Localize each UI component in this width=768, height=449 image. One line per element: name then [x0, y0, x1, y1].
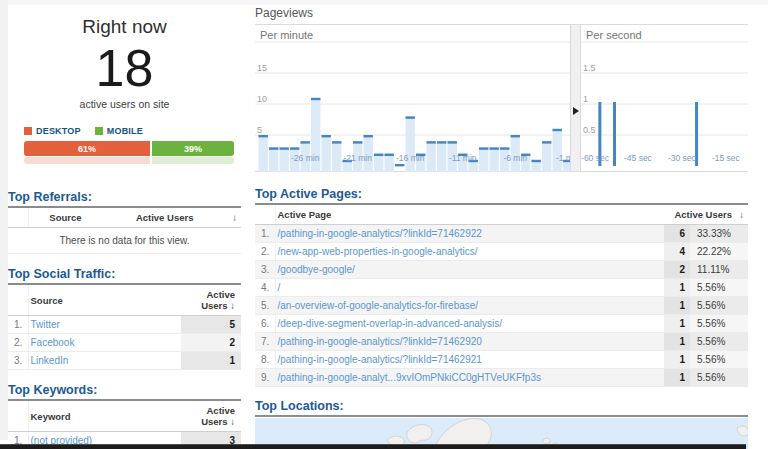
top-referrals-table: Source Active Users ↓ There is no data f… [8, 208, 241, 254]
row-source: LinkedIn [28, 352, 181, 370]
source-link[interactable]: LinkedIn [31, 355, 69, 366]
row-active-page: /new-app-web-properties-in-google-analyt… [275, 243, 664, 261]
active-users-caption: active users on site [8, 98, 241, 110]
table-row: 4./15.56% [255, 279, 748, 297]
row-active-page: /pathing-in-google-analyt...9xvIOmPNkiCC… [275, 369, 664, 387]
keywords-keyword-header[interactable]: Keyword [28, 401, 181, 432]
row-percentage: 5.56% [690, 333, 748, 351]
legend-mobile-label: MOBILE [107, 126, 143, 136]
table-row: 7./pathing-in-google-analytics/?linkId=7… [255, 333, 748, 351]
row-percentage: 5.56% [690, 369, 748, 387]
desktop-share-segment: 61% [24, 141, 152, 156]
table-row: 8./pathing-in-google-analytics/?linkId=7… [255, 351, 748, 369]
active-page-link[interactable]: /pathing-in-google-analytics/?linkId=714… [278, 228, 482, 239]
row-rank: 3. [8, 352, 28, 370]
keywords-active-users-header[interactable]: Active Users ↓ [181, 401, 241, 432]
row-rank: 1. [255, 225, 275, 243]
legend-item-desktop: DESKTOP [24, 126, 81, 136]
top-active-pages-title: Top Active Pages: [255, 187, 748, 205]
svg-text:-30 sec: -30 sec [668, 153, 697, 163]
row-rank: 7. [255, 333, 275, 351]
rank-header [255, 205, 275, 225]
source-link[interactable]: Twitter [31, 319, 60, 330]
svg-text:-21 min: -21 min [344, 153, 373, 163]
rank-header [8, 285, 28, 316]
chart-expand-handle[interactable] [570, 25, 581, 171]
per-minute-label: Per minute [260, 29, 313, 41]
pageviews-panel: Pageviews Per minute 51015-26 min-21 min… [255, 6, 748, 449]
table-row: 2./new-app-web-properties-in-google-anal… [255, 243, 748, 261]
svg-text:5: 5 [257, 125, 262, 135]
svg-text:-6 min: -6 min [503, 153, 527, 163]
top-social-section: Top Social Traffic: Source Active Users … [8, 267, 241, 370]
row-percentage: 5.56% [690, 351, 748, 369]
active-page-link[interactable]: /deep-dive-segment-overlap-in-advanced-a… [278, 318, 503, 329]
table-row: 9./pathing-in-google-analyt...9xvIOmPNki… [255, 369, 748, 387]
row-active-page: /pathing-in-google-analytics/?linkId=714… [275, 351, 664, 369]
top-referrals-section: Top Referrals: Source Active Users ↓ The… [8, 190, 241, 254]
row-rank: 6. [255, 315, 275, 333]
social-source-header[interactable]: Source [28, 285, 181, 316]
table-row: 1./pathing-in-google-analytics/?linkId=7… [255, 225, 748, 243]
referrals-empty-message: There is no data for this view. [8, 228, 241, 254]
referrals-source-header[interactable]: Source [28, 208, 102, 228]
active-page-link[interactable]: /goodbye-google/ [278, 264, 355, 275]
active-page-link[interactable]: /pathing-in-google-analyt...9xvIOmPNkiCC… [278, 372, 541, 383]
row-percentage: 22.22% [690, 243, 748, 261]
device-split-bar: 61% 39% [24, 141, 234, 156]
row-active-users: 2 [664, 261, 690, 279]
active-page-link[interactable]: /new-app-web-properties-in-google-analyt… [278, 246, 478, 257]
active-page-link[interactable]: / [278, 282, 281, 293]
per-second-chart: Per second 0.511.5-60 sec-45 sec-30 sec-… [581, 25, 748, 171]
row-source: Twitter [28, 316, 181, 334]
svg-text:0.5: 0.5 [583, 125, 596, 135]
svg-text:-1 min: -1 min [556, 153, 570, 163]
desktop-swatch-icon [24, 127, 32, 135]
mobile-share-segment: 39% [152, 141, 234, 156]
page-margin-top [0, 0, 768, 5]
sort-descending-icon: ↓ [230, 300, 235, 311]
top-keywords-title: Top Keywords: [8, 383, 241, 401]
row-active-page: /deep-dive-segment-overlap-in-advanced-a… [275, 315, 664, 333]
rank-header [8, 401, 28, 432]
row-active-users: 1 [664, 297, 690, 315]
referrals-active-users-header[interactable]: Active Users [102, 208, 227, 228]
table-row: 6./deep-dive-segment-overlap-in-advanced… [255, 315, 748, 333]
row-active-users: 1 [664, 351, 690, 369]
svg-text:15: 15 [257, 63, 267, 73]
svg-text:-60 sec: -60 sec [581, 153, 610, 163]
device-split-bar-reflection [24, 157, 234, 164]
active-page-link[interactable]: /pathing-in-google-analytics/?linkId=714… [278, 336, 482, 347]
social-active-users-header[interactable]: Active Users ↓ [181, 285, 241, 316]
row-rank: 3. [255, 261, 275, 279]
row-source: Facebook [28, 334, 181, 352]
row-active-users: 6 [664, 225, 690, 243]
top-active-pages-table: Active Page Active Users ↓ 1./pathing-in… [255, 205, 748, 387]
row-rank: 2. [255, 243, 275, 261]
table-row: 5./an-overview-of-google-analytics-for-f… [255, 297, 748, 315]
device-legend: DESKTOP MOBILE [24, 126, 241, 136]
row-percentage: 11.11% [690, 261, 748, 279]
sort-descending-icon: ↓ [230, 416, 235, 427]
row-percentage: 33.33% [690, 225, 748, 243]
row-active-users: 1 [181, 352, 241, 370]
legend-desktop-label: DESKTOP [36, 126, 81, 136]
svg-text:-15 sec: -15 sec [712, 153, 741, 163]
active-page-link[interactable]: /an-overview-of-google-analytics-for-fir… [278, 300, 479, 311]
svg-text:-26 min: -26 min [291, 153, 320, 163]
active-page-link[interactable]: /pathing-in-google-analytics/?linkId=714… [278, 354, 482, 365]
row-rank: 5. [255, 297, 275, 315]
sort-descending-icon[interactable]: ↓ [734, 205, 748, 225]
per-second-label: Per second [586, 29, 642, 41]
top-active-pages-section: Top Active Pages: Active Page Active Use… [255, 187, 748, 387]
realtime-summary-panel: Right now 18 active users on site DESKTO… [8, 8, 241, 449]
top-referrals-title: Top Referrals: [8, 190, 241, 208]
top-keywords-table: Keyword Active Users ↓ 1.(not provided)3 [8, 401, 241, 449]
row-percentage: 5.56% [690, 297, 748, 315]
source-link[interactable]: Facebook [31, 337, 75, 348]
table-row: 3./goodbye-google/211.11% [255, 261, 748, 279]
pages-active-users-header[interactable]: Active Users [664, 205, 734, 225]
sort-descending-icon[interactable]: ↓ [227, 208, 241, 228]
row-active-users: 5 [181, 316, 241, 334]
active-page-header[interactable]: Active Page [275, 205, 664, 225]
